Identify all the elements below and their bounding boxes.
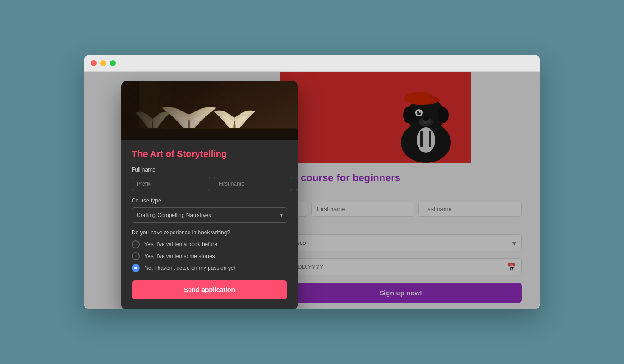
browser-window: nch course for beginners me e type class… — [84, 55, 540, 309]
radio-circle-1 — [132, 240, 140, 248]
send-application-button[interactable]: Send application — [132, 280, 287, 299]
minimize-button[interactable] — [100, 60, 106, 66]
radio-label-2: Yes, I've written some stories — [144, 253, 215, 259]
radio-group: Yes, I've written a book before Yes, I'v… — [132, 240, 287, 272]
radio-option-1[interactable]: Yes, I've written a book before — [132, 240, 287, 248]
modal-lastname-input[interactable] — [296, 177, 298, 191]
maximize-button[interactable] — [110, 60, 116, 66]
modal-course-wrapper: Crafting Compelling Narratives Introduct… — [132, 207, 287, 223]
radio-option-3[interactable]: No, I haven't acted on my passion yet — [132, 264, 287, 272]
radio-option-2[interactable]: Yes, I've written some stories — [132, 252, 287, 260]
modal-header-image — [121, 81, 298, 140]
modal-course-label: Course type — [132, 197, 287, 204]
radio-label-3: No, I haven't acted on my passion yet — [144, 265, 235, 271]
modal-overlay: The Art of Storytelling Full name Course… — [84, 72, 540, 309]
modal-name-label: Full name — [132, 167, 287, 173]
modal-course-select[interactable]: Crafting Compelling Narratives Introduct… — [132, 207, 287, 223]
modal-prefix-input[interactable] — [132, 177, 210, 191]
browser-content: nch course for beginners me e type class… — [84, 72, 540, 309]
browser-titlebar — [84, 55, 540, 72]
modal-name-row — [132, 177, 287, 191]
experience-question: Do you have experience in book writing? — [132, 229, 287, 236]
radio-label-1: Yes, I've written a book before — [144, 241, 217, 248]
window-decoration — [121, 81, 227, 140]
modal-body: The Art of Storytelling Full name Course… — [121, 140, 298, 310]
modal-title: The Art of Storytelling — [132, 149, 287, 159]
radio-circle-3 — [132, 264, 140, 272]
modal-firstname-input[interactable] — [214, 177, 292, 191]
modal-card: The Art of Storytelling Full name Course… — [121, 81, 298, 310]
close-button[interactable] — [91, 60, 97, 66]
radio-circle-2 — [132, 252, 140, 260]
